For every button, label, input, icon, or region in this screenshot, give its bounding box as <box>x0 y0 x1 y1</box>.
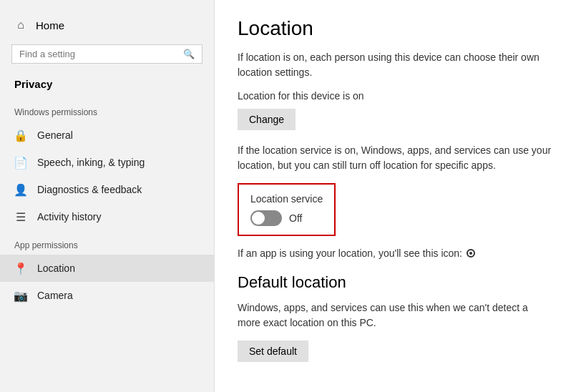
search-icon: 🔍 <box>183 49 195 59</box>
sidebar: ⌂ Home 🔍 Privacy Windows permissions 🔒 G… <box>0 0 215 392</box>
document-icon: 📄 <box>14 156 27 169</box>
sidebar-item-label: General <box>37 129 73 141</box>
device-status: Location for this device is on <box>238 90 553 102</box>
default-location-description: Windows, apps, and services can use this… <box>238 300 553 330</box>
app-permissions-label: App permissions <box>0 230 214 255</box>
location-service-box: Location service Off <box>238 183 336 236</box>
change-button[interactable]: Change <box>238 109 296 130</box>
home-label: Home <box>36 19 64 31</box>
lock-icon: 🔒 <box>14 129 27 142</box>
sidebar-item-speech[interactable]: 📄 Speech, inking, & typing <box>0 149 214 176</box>
sidebar-item-general[interactable]: 🔒 General <box>0 122 214 149</box>
main-description: If location is on, each person using thi… <box>238 50 553 80</box>
location-service-toggle[interactable] <box>250 210 282 226</box>
sidebar-item-label: Diagnostics & feedback <box>37 184 142 195</box>
set-default-button[interactable]: Set default <box>238 340 308 362</box>
sidebar-item-label: Activity history <box>37 211 101 222</box>
location-indicator-icon <box>467 249 475 258</box>
sidebar-item-activity[interactable]: ☰ Activity history <box>0 203 214 230</box>
active-section-label: Privacy <box>0 75 214 97</box>
sidebar-item-label: Location <box>37 263 75 274</box>
person-icon: 👤 <box>14 183 27 196</box>
list-icon: ☰ <box>14 210 27 223</box>
toggle-row: Off <box>250 210 323 226</box>
icon-note: If an app is using your location, you'll… <box>238 248 553 259</box>
location-icon: 📍 <box>14 262 27 275</box>
sidebar-item-camera[interactable]: 📷 Camera <box>0 282 214 309</box>
sidebar-item-label: Speech, inking, & typing <box>37 157 145 168</box>
home-icon: ⌂ <box>14 19 27 31</box>
sidebar-item-label: Camera <box>37 290 73 301</box>
main-content: Location If location is on, each person … <box>215 0 576 392</box>
sidebar-item-location[interactable]: 📍 Location <box>0 255 214 282</box>
sidebar-item-diagnostics[interactable]: 👤 Diagnostics & feedback <box>0 176 214 203</box>
page-title: Location <box>238 17 553 40</box>
location-service-label: Location service <box>250 193 323 205</box>
search-box[interactable]: 🔍 <box>11 44 202 64</box>
camera-icon: 📷 <box>14 289 27 302</box>
location-service-description: If the location service is on, Windows, … <box>238 143 553 173</box>
sidebar-item-home[interactable]: ⌂ Home <box>0 11 214 39</box>
search-input[interactable] <box>19 49 183 59</box>
default-location-title: Default location <box>238 273 553 292</box>
toggle-state-label: Off <box>289 212 302 224</box>
windows-permissions-label: Windows permissions <box>0 97 214 122</box>
icon-note-text: If an app is using your location, you'll… <box>238 248 462 259</box>
